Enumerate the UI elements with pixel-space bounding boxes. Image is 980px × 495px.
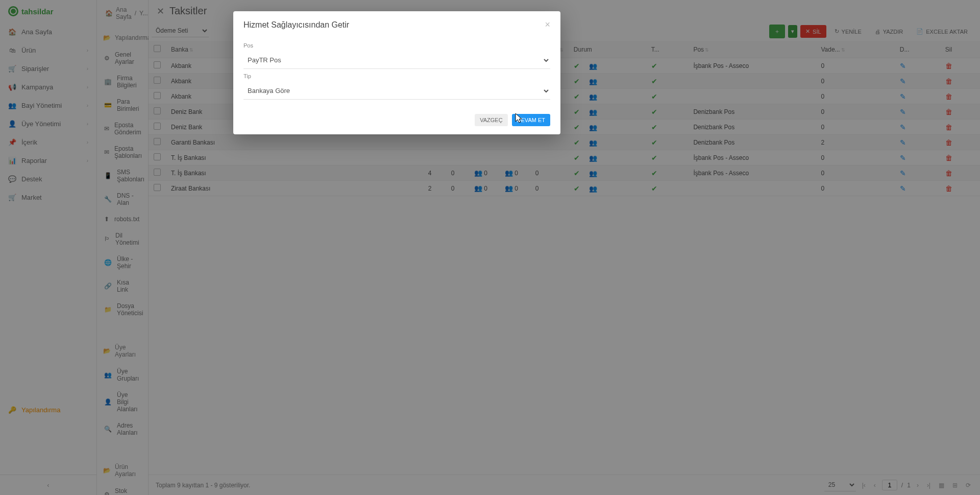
tip-label: Tip	[243, 73, 550, 79]
modal-close-icon[interactable]: ×	[545, 19, 550, 30]
tip-select[interactable]: Bankaya Göre	[243, 82, 550, 100]
modal-footer: VAZGEÇ DEVAM ET	[233, 108, 560, 134]
confirm-button[interactable]: DEVAM ET	[512, 114, 550, 126]
cancel-button[interactable]: VAZGEÇ	[475, 114, 507, 126]
modal-header: Hizmet Sağlayıcısından Getir ×	[233, 11, 560, 36]
service-provider-modal: Hizmet Sağlayıcısından Getir × Pos PayTR…	[233, 11, 560, 134]
modal-title: Hizmet Sağlayıcısından Getir	[243, 20, 349, 30]
pos-select[interactable]: PayTR Pos	[243, 52, 550, 69]
modal-body: Pos PayTR Pos Tip Bankaya Göre	[233, 36, 560, 108]
pos-label: Pos	[243, 42, 550, 49]
